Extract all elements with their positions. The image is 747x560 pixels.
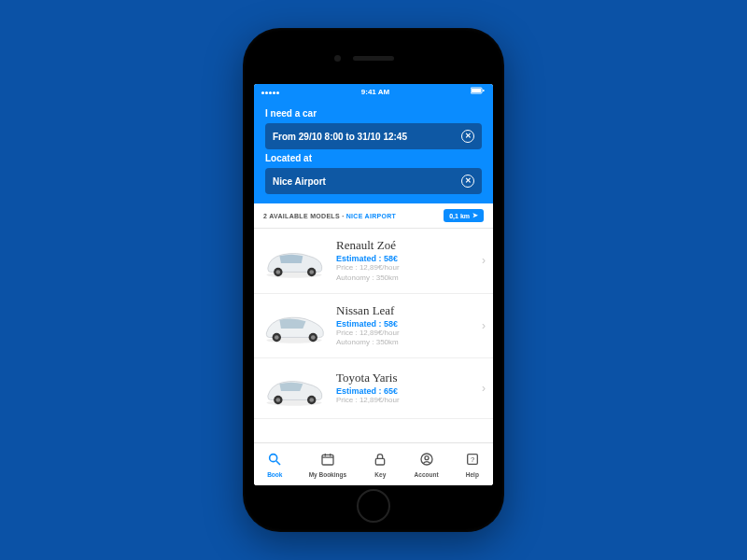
- car-image: [258, 240, 331, 281]
- tab-key-label: Key: [374, 471, 386, 478]
- svg-line-19: [276, 461, 280, 465]
- car-price: Price : 12,89€/hour: [336, 329, 476, 339]
- chevron-right-icon: ›: [482, 254, 486, 267]
- location-value: Nice Airport: [273, 176, 326, 187]
- svg-point-7: [309, 270, 314, 274]
- tab-account[interactable]: Account: [415, 452, 439, 478]
- search-icon: [267, 452, 282, 470]
- svg-point-5: [276, 270, 281, 274]
- tab-help[interactable]: ? Help: [465, 452, 480, 478]
- car-list-item[interactable]: Toyota Yaris Estimated : 65€ Price : 12,…: [254, 358, 493, 419]
- car-autonomy: Autonomy : 350km: [336, 338, 476, 348]
- car-info: Renault Zoé Estimated : 58€ Price : 12,8…: [336, 238, 476, 284]
- chevron-right-icon: ›: [482, 319, 486, 332]
- svg-rect-24: [376, 458, 385, 465]
- location-field[interactable]: Nice Airport ✕: [265, 168, 482, 194]
- results-count: 2: [263, 213, 267, 219]
- distance-chip[interactable]: 0,1 km ➤: [444, 209, 484, 222]
- home-button[interactable]: [357, 489, 390, 523]
- date-range-value: From 29/10 8:00 to 31/10 12:45: [273, 132, 407, 142]
- tab-help-label: Help: [466, 471, 479, 478]
- phone-frame: 9:41 AM I need a car From 29/10 8:00 to …: [243, 28, 504, 532]
- car-model: Nissan Leaf: [336, 303, 476, 318]
- results-subbar: 2 AVAILABLE MODELS · NICE AIRPORT 0,1 km…: [254, 203, 493, 229]
- tab-book[interactable]: Book: [267, 452, 282, 478]
- calendar-icon: [320, 452, 335, 470]
- need-car-label: I need a car: [265, 108, 482, 119]
- car-info: Nissan Leaf Estimated : 58€ Price : 12,8…: [336, 303, 476, 349]
- car-model: Toyota Yaris: [336, 371, 476, 385]
- car-autonomy: Autonomy : 350km: [336, 273, 476, 284]
- tab-book-label: Book: [267, 471, 282, 478]
- tab-account-label: Account: [415, 471, 439, 478]
- car-image: [258, 368, 331, 409]
- phone-camera: [334, 55, 341, 62]
- svg-point-18: [270, 454, 277, 461]
- car-list-item[interactable]: Nissan Leaf Estimated : 58€ Price : 12,8…: [254, 294, 493, 359]
- tab-bar: Book My Bookings Key Account ? Help: [254, 442, 493, 485]
- car-estimated: Estimated : 65€: [336, 386, 476, 396]
- svg-point-10: [275, 335, 279, 340]
- status-bar: 9:41 AM: [254, 84, 493, 99]
- app-screen: 9:41 AM I need a car From 29/10 8:00 to …: [254, 84, 493, 485]
- svg-point-12: [311, 335, 316, 340]
- car-estimated: Estimated : 58€: [336, 319, 476, 329]
- located-at-label: Located at: [265, 153, 482, 163]
- svg-point-26: [425, 455, 429, 459]
- location-arrow-icon: ➤: [472, 212, 478, 219]
- car-price: Price : 12,89€/hour: [336, 263, 476, 273]
- car-model: Renault Zoé: [336, 238, 476, 253]
- date-range-field[interactable]: From 29/10 8:00 to 31/10 12:45 ✕: [265, 123, 482, 149]
- user-icon: [419, 452, 434, 470]
- chevron-right-icon: ›: [482, 382, 486, 395]
- distance-value: 0,1 km: [449, 213, 470, 219]
- tab-bookings[interactable]: My Bookings: [309, 452, 346, 478]
- svg-text:?: ?: [471, 455, 474, 463]
- svg-rect-1: [472, 89, 481, 92]
- car-estimated: Estimated : 58€: [336, 254, 476, 263]
- car-image: [258, 305, 331, 346]
- status-time: 9:41 AM: [361, 88, 389, 96]
- car-info: Toyota Yaris Estimated : 65€ Price : 12,…: [336, 371, 476, 406]
- battery-icon: [471, 87, 486, 96]
- search-header: I need a car From 29/10 8:00 to 31/10 12…: [254, 99, 493, 203]
- clear-date-icon[interactable]: ✕: [461, 130, 474, 143]
- car-list[interactable]: Renault Zoé Estimated : 58€ Price : 12,8…: [254, 229, 493, 442]
- results-count-label: 2 AVAILABLE MODELS · NICE AIRPORT: [263, 213, 396, 219]
- clear-location-icon[interactable]: ✕: [461, 175, 474, 188]
- svg-rect-2: [483, 90, 485, 91]
- svg-rect-20: [322, 455, 333, 465]
- tab-key[interactable]: Key: [373, 452, 388, 478]
- help-icon: ?: [465, 452, 480, 470]
- car-price: Price : 12,89€/hour: [336, 396, 476, 406]
- results-location: NICE AIRPORT: [346, 213, 397, 219]
- results-text: AVAILABLE MODELS: [269, 213, 340, 219]
- car-list-item[interactable]: Renault Zoé Estimated : 58€ Price : 12,8…: [254, 229, 493, 294]
- svg-point-17: [309, 398, 314, 402]
- lock-icon: [373, 452, 388, 470]
- signal-dots-icon: [261, 88, 280, 96]
- svg-point-15: [276, 398, 281, 402]
- phone-speaker: [353, 56, 394, 61]
- tab-bookings-label: My Bookings: [309, 471, 346, 478]
